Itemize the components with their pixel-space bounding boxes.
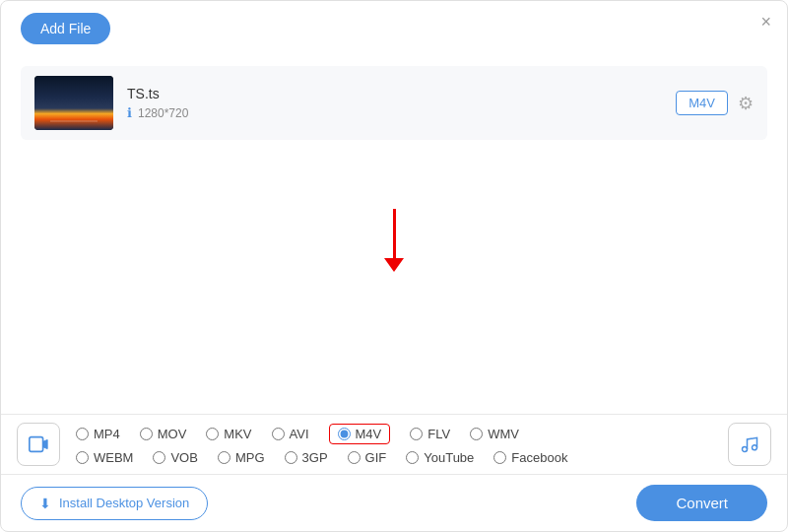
file-name: TS.ts xyxy=(127,86,662,101)
format-option-webm[interactable]: WEBM xyxy=(76,450,133,465)
radio-3gp[interactable] xyxy=(285,451,297,464)
format-option-gif[interactable]: GIF xyxy=(348,450,387,465)
arrow-head xyxy=(384,258,404,272)
radio-mov[interactable] xyxy=(140,428,153,440)
bottom-toolbar: MP4 MOV MKV AVI M4V xyxy=(1,414,787,531)
format-label-youtube: YouTube xyxy=(424,450,474,465)
convert-button[interactable]: Convert xyxy=(636,485,767,521)
format-row-2: WEBM VOB MPG 3GP GIF xyxy=(76,450,716,465)
file-resolution: 1280*720 xyxy=(138,106,188,120)
action-bar: ⬇ Install Desktop Version Convert xyxy=(1,475,787,531)
arrow-line xyxy=(393,209,396,258)
format-option-wmv[interactable]: WMV xyxy=(470,427,519,441)
audio-format-icon[interactable] xyxy=(728,423,771,466)
radio-mp4[interactable] xyxy=(76,428,89,440)
close-button[interactable]: × xyxy=(760,13,771,31)
thumbnail-image xyxy=(34,76,113,130)
radio-flv[interactable] xyxy=(410,428,423,440)
format-option-flv[interactable]: FLV xyxy=(410,427,450,441)
format-option-mkv[interactable]: MKV xyxy=(206,427,251,441)
radio-vob[interactable] xyxy=(153,451,165,464)
info-icon: ℹ xyxy=(127,105,132,120)
add-file-button[interactable]: Add File xyxy=(21,13,110,44)
svg-marker-1 xyxy=(43,439,48,448)
format-option-m4v[interactable]: M4V xyxy=(329,424,391,444)
radio-webm[interactable] xyxy=(76,451,89,464)
format-option-vob[interactable]: VOB xyxy=(153,450,197,465)
format-label-m4v: M4V xyxy=(356,427,382,441)
settings-icon[interactable]: ⚙ xyxy=(738,93,754,114)
format-label-mp4: MP4 xyxy=(94,427,120,441)
svg-point-2 xyxy=(743,447,748,452)
radio-facebook[interactable] xyxy=(493,451,506,464)
format-option-facebook[interactable]: Facebook xyxy=(493,450,567,465)
radio-mpg[interactable] xyxy=(218,451,230,464)
radio-avi[interactable] xyxy=(272,428,285,440)
arrow-indicator xyxy=(384,209,404,337)
file-actions: M4V ⚙ xyxy=(676,91,754,115)
content-area xyxy=(1,150,787,337)
format-label-mkv: MKV xyxy=(224,427,251,441)
radio-m4v[interactable] xyxy=(338,428,351,440)
format-label-flv: FLV xyxy=(427,427,450,441)
format-option-mov[interactable]: MOV xyxy=(140,427,187,441)
format-row-1: MP4 MOV MKV AVI M4V xyxy=(76,424,716,444)
download-icon: ⬇ xyxy=(39,496,51,511)
video-format-icon[interactable] xyxy=(17,423,60,466)
format-label-3gp: 3GP xyxy=(302,450,328,465)
header: Add File × xyxy=(1,1,787,56)
format-label-facebook: Facebook xyxy=(511,450,567,465)
svg-rect-0 xyxy=(30,437,43,452)
format-option-3gp[interactable]: 3GP xyxy=(285,450,328,465)
format-label-wmv: WMV xyxy=(488,427,519,441)
svg-point-3 xyxy=(753,445,757,450)
radio-youtube[interactable] xyxy=(406,451,419,464)
format-options: MP4 MOV MKV AVI M4V xyxy=(76,424,716,465)
file-thumbnail xyxy=(34,76,113,130)
file-list: TS.ts ℹ 1280*720 M4V ⚙ xyxy=(1,56,787,150)
format-option-avi[interactable]: AVI xyxy=(272,427,309,441)
format-badge-button[interactable]: M4V xyxy=(676,91,728,115)
install-desktop-button[interactable]: ⬇ Install Desktop Version xyxy=(21,487,208,520)
format-option-mpg[interactable]: MPG xyxy=(218,450,265,465)
file-item: TS.ts ℹ 1280*720 M4V ⚙ xyxy=(21,66,767,140)
radio-mkv[interactable] xyxy=(206,428,219,440)
format-label-mov: MOV xyxy=(158,427,187,441)
radio-gif[interactable] xyxy=(348,451,361,464)
file-meta: ℹ 1280*720 xyxy=(127,105,662,120)
format-option-youtube[interactable]: YouTube xyxy=(406,450,474,465)
format-label-gif: GIF xyxy=(365,450,387,465)
format-label-vob: VOB xyxy=(170,450,197,465)
format-option-mp4[interactable]: MP4 xyxy=(76,427,120,441)
radio-wmv[interactable] xyxy=(470,428,483,440)
format-selector: MP4 MOV MKV AVI M4V xyxy=(1,415,787,475)
install-label: Install Desktop Version xyxy=(59,496,189,510)
format-label-mpg: MPG xyxy=(235,450,265,465)
format-label-webm: WEBM xyxy=(94,450,133,465)
format-label-avi: AVI xyxy=(290,427,309,441)
file-info: TS.ts ℹ 1280*720 xyxy=(127,86,662,120)
